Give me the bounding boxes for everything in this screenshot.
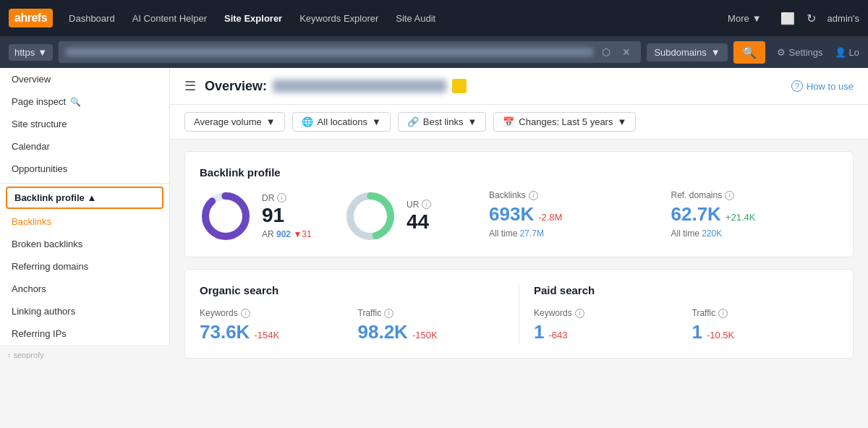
monitor-icon[interactable]: ⬜ — [778, 9, 798, 28]
ur-info-icon[interactable]: i — [422, 200, 431, 209]
dr-metric: DR i 91 AR 902 ▼31 — [200, 190, 330, 242]
nav-ai-content-helper[interactable]: AI Content Helper — [125, 9, 214, 28]
paid-keywords-metric: Keywords i 1 -643 — [534, 308, 681, 343]
ur-metric: UR i 44 — [344, 190, 475, 242]
location-filter[interactable]: 🌐 All locations ▼ — [292, 112, 391, 132]
search-metrics-grid: Organic search Keywords i 73.6K -154K — [200, 284, 838, 343]
how-to-use-button[interactable]: ? How to use — [791, 80, 854, 92]
sidebar-item-referring-ips[interactable]: Referring IPs — [0, 322, 169, 345]
main-content: ☰ Overview: ? How to use Average volume … — [170, 68, 868, 428]
nav-icons-group: ⬜ ↻ admin's — [778, 9, 859, 28]
nav-site-audit[interactable]: Site Audit — [388, 9, 443, 28]
paid-keywords-info-icon[interactable]: i — [575, 309, 584, 318]
sidebar-item-opportunities[interactable]: Opportunities — [0, 158, 169, 180]
backlinks-change: -2.8M — [538, 212, 562, 223]
backlinks-alltime-value: 27.7M — [520, 228, 544, 239]
main-layout: Overview Page inspect 🔍 Site structure C… — [0, 68, 868, 428]
overview-header: ☰ Overview: ? How to use — [170, 68, 868, 105]
backlinks-info-icon[interactable]: i — [529, 191, 538, 200]
lo-button[interactable]: 👤 Lo — [835, 47, 859, 58]
paid-search-section: Paid search Keywords i 1 -643 — [519, 284, 838, 343]
search-icon: 🔍 — [70, 97, 81, 107]
external-link-icon[interactable]: ⬡ — [599, 45, 613, 59]
sidebar-item-backlink-profile[interactable]: Backlink profile ▲ — [6, 187, 163, 209]
organic-keywords-info-icon[interactable]: i — [241, 309, 250, 318]
user-label[interactable]: admin's — [827, 13, 859, 24]
seoprofy-icon: ↑ — [7, 351, 12, 359]
globe-icon: 🌐 — [302, 116, 313, 127]
organic-metrics: Keywords i 73.6K -154K Traffic — [200, 308, 504, 343]
nav-site-explorer[interactable]: Site Explorer — [217, 9, 289, 28]
ref-domains-metric: Ref. domains i 62.7K +21.4K All time 220… — [671, 190, 839, 239]
sidebar-item-referring-domains[interactable]: Referring domains — [0, 255, 169, 278]
organic-search-title: Organic search — [200, 284, 504, 296]
ur-label: UR i — [407, 200, 431, 210]
ahrefs-logo: ahrefs — [9, 9, 53, 27]
clear-url-icon[interactable]: ✕ — [619, 45, 634, 59]
changes-filter[interactable]: 📅 Changes: Last 5 years ▼ — [493, 112, 636, 132]
url-input-area[interactable]: ⬡ ✕ — [59, 41, 641, 63]
backlink-metrics-grid: DR i 91 AR 902 ▼31 — [200, 190, 838, 242]
volume-filter[interactable]: Average volume ▼ — [184, 112, 285, 132]
sidebar-item-broken-backlinks[interactable]: Broken backlinks — [0, 233, 169, 255]
site-url-blurred — [273, 80, 446, 93]
organic-traffic-value: 98.2K -150K — [358, 321, 505, 343]
dr-value: 91 — [262, 205, 312, 227]
paid-traffic-info-icon[interactable]: i — [718, 309, 728, 318]
sidebar-item-anchors[interactable]: Anchors — [0, 278, 169, 300]
paid-keywords-label: Keywords i — [534, 308, 681, 318]
sidebar-item-site-structure[interactable]: Site structure — [0, 113, 169, 135]
search-button[interactable]: 🔍 — [733, 41, 765, 64]
site-favicon — [452, 79, 467, 93]
chevron-down-icon: ▼ — [266, 116, 276, 127]
backlink-profile-card: Backlink profile DR i 9 — [184, 151, 854, 257]
organic-keywords-value: 73.6K -154K — [200, 321, 346, 343]
seoprofy-badge: ↑ seoprofy — [0, 345, 170, 365]
protocol-selector[interactable]: https ▼ — [9, 44, 53, 61]
organic-keywords-label: Keywords i — [200, 308, 346, 318]
organic-traffic-info-icon[interactable]: i — [384, 309, 393, 318]
paid-traffic-metric: Traffic i 1 -10.5K — [692, 308, 839, 343]
organic-keywords-change: -154K — [254, 330, 279, 341]
nav-keywords-explorer[interactable]: Keywords Explorer — [292, 9, 386, 28]
subdomains-selector[interactable]: Subdomains ▼ — [647, 43, 727, 61]
hamburger-icon[interactable]: ☰ — [184, 78, 196, 94]
dr-info-icon[interactable]: i — [277, 193, 286, 202]
ur-donut-chart — [344, 190, 396, 242]
top-navigation: ahrefs Dashboard AI Content Helper Site … — [0, 0, 868, 36]
paid-metrics: Keywords i 1 -643 Traffic — [534, 308, 838, 343]
ref-domains-info-icon[interactable]: i — [725, 191, 734, 200]
ref-domains-label: Ref. domains i — [671, 190, 839, 200]
help-icon[interactable]: ↻ — [804, 9, 819, 28]
question-icon: ? — [791, 80, 803, 92]
sidebar-item-page-inspect[interactable]: Page inspect 🔍 — [0, 90, 169, 113]
paid-search-title: Paid search — [534, 284, 838, 296]
ar-value: 902 — [276, 229, 291, 239]
nav-dashboard[interactable]: Dashboard — [61, 9, 122, 28]
paid-traffic-change: -10.5K — [707, 330, 734, 341]
svg-point-1 — [205, 196, 246, 236]
link-icon: 🔗 — [407, 116, 419, 127]
paid-traffic-label: Traffic i — [692, 308, 839, 318]
nav-more-button[interactable]: More ▼ — [720, 9, 769, 28]
ref-domains-alltime-value: 220K — [702, 228, 722, 239]
sidebar-item-linking-authors[interactable]: Linking authors — [0, 300, 169, 322]
organic-search-section: Organic search Keywords i 73.6K -154K — [200, 284, 519, 343]
settings-button[interactable]: ⚙ Settings — [771, 43, 829, 61]
sidebar-item-overview[interactable]: Overview — [0, 68, 169, 90]
sidebar-item-calendar[interactable]: Calendar — [0, 135, 169, 158]
dr-info: DR i 91 AR 902 ▼31 — [262, 193, 312, 240]
paid-traffic-value: 1 -10.5K — [692, 321, 839, 343]
gear-icon: ⚙ — [777, 47, 786, 58]
search-metrics-card: Organic search Keywords i 73.6K -154K — [184, 269, 854, 359]
overview-title: Overview: — [205, 79, 467, 94]
chevron-down-icon: ▼ — [752, 13, 762, 24]
chevron-down-icon: ▼ — [38, 47, 47, 58]
sidebar: Overview Page inspect 🔍 Site structure C… — [0, 68, 170, 345]
dr-ar: AR 902 ▼31 — [262, 229, 312, 239]
backlinks-alltime: All time 27.7M — [489, 228, 657, 239]
sidebar-item-backlinks[interactable]: Backlinks — [0, 210, 169, 233]
backlinks-metric: Backlinks i 693K -2.8M All time 27.7M — [489, 190, 657, 239]
links-filter[interactable]: 🔗 Best links ▼ — [398, 112, 487, 132]
organic-keywords-metric: Keywords i 73.6K -154K — [200, 308, 346, 343]
